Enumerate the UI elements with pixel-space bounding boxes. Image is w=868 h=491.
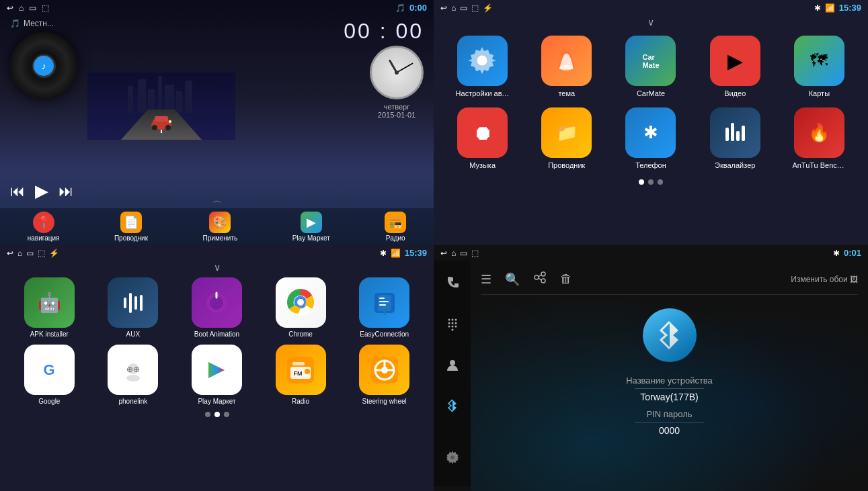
svg-rect-38 xyxy=(379,301,389,302)
time-display-area: 00 : 00 xyxy=(344,19,424,44)
dot-b2 xyxy=(214,412,220,417)
app-play-market[interactable]: Play Маркет xyxy=(177,345,256,405)
app-phone[interactable]: ✱ Телефон xyxy=(612,107,689,169)
phonelink-icon: ⊕⊕ xyxy=(108,345,158,395)
app-grid-row2: ⏺ Музыка 📁 Проводник ✱ Телефон xyxy=(434,104,868,176)
app-phonelink[interactable]: ⊕⊕ phonelink xyxy=(94,345,173,405)
bt-main: ☰ 🔍 🗑 Изменить обои 🖼 xyxy=(471,261,868,486)
screenshot-icon[interactable]: ⬚ xyxy=(38,249,45,258)
play-button[interactable]: ▶ xyxy=(35,181,48,202)
phone-sidebar-icon[interactable] xyxy=(440,271,465,295)
svg-rect-26 xyxy=(140,295,143,311)
svg-point-71 xyxy=(535,275,539,279)
svg-point-58 xyxy=(448,319,450,321)
clock-face xyxy=(370,46,424,99)
app-steering-wheel[interactable]: Steering wheel xyxy=(345,345,424,405)
prev-button[interactable]: ⏮ xyxy=(10,183,25,200)
bt-status-bar: ↩ ⌂ ▭ ⬚ ✱ 0:01 xyxy=(434,245,868,261)
app-maps[interactable]: 🗺 Карты xyxy=(781,36,858,97)
app-radio[interactable]: FM Radio xyxy=(262,345,340,405)
screenshot-icon[interactable]: ⬚ xyxy=(471,249,479,258)
music-app-icon: ⏺ xyxy=(457,107,508,158)
bt-content: Название устройства Torway(177B) PIN пар… xyxy=(481,295,858,455)
status-time: 15:39 xyxy=(839,3,861,13)
wallpaper-icon: 🖼 xyxy=(850,275,858,284)
device-name-row: Название устройства Torway(177B) xyxy=(626,375,713,402)
svg-text:G: G xyxy=(44,361,55,378)
music-label: Музыка xyxy=(469,161,496,169)
list-view-icon[interactable]: ☰ xyxy=(481,272,491,287)
app-antutu[interactable]: 🔥 AnTuTu Bench... xyxy=(781,107,858,169)
back-icon[interactable]: ↩ xyxy=(7,3,13,13)
app-music[interactable]: ⏺ Музыка xyxy=(444,107,521,169)
navigation-label: навигация xyxy=(28,234,60,242)
app-video[interactable]: ▶ Видео xyxy=(697,36,774,97)
home-icon[interactable]: ⌂ xyxy=(17,249,22,258)
recents-icon[interactable]: ▭ xyxy=(26,249,34,258)
connect-icon[interactable] xyxy=(533,271,547,287)
contacts-sidebar-icon[interactable] xyxy=(440,353,465,377)
steering-label: Steering wheel xyxy=(362,398,407,405)
back-icon[interactable]: ↩ xyxy=(440,249,447,258)
dock-explorer[interactable]: 📄 Проводник xyxy=(114,212,148,242)
svg-point-70 xyxy=(450,455,455,459)
app-chrome[interactable]: Chrome xyxy=(262,277,340,338)
svg-line-75 xyxy=(539,278,541,280)
status-time: 0:01 xyxy=(844,248,861,258)
app-aux[interactable]: AUX xyxy=(94,277,173,338)
maps-label: Карты xyxy=(809,89,830,97)
svg-rect-19 xyxy=(725,128,729,141)
next-button[interactable]: ⏭ xyxy=(58,183,73,200)
explorer-label: Проводник xyxy=(114,234,148,242)
settings-sidebar-icon[interactable] xyxy=(440,445,465,470)
app-settings[interactable]: Настройки авт... xyxy=(444,36,521,97)
status-time: 0:00 xyxy=(409,3,427,13)
svg-point-59 xyxy=(451,319,453,321)
home-icon[interactable]: ⌂ xyxy=(451,249,456,258)
dock-apply[interactable]: 🎨 Применить xyxy=(203,212,238,242)
svg-point-65 xyxy=(451,326,453,328)
home-icon[interactable]: ⌂ xyxy=(19,3,24,13)
bluetooth-sidebar-icon[interactable] xyxy=(440,394,465,418)
dot-2 xyxy=(648,179,654,185)
svg-rect-5 xyxy=(165,85,174,113)
recents-icon[interactable]: ▭ xyxy=(460,3,467,13)
delete-icon[interactable]: 🗑 xyxy=(560,272,572,286)
bluetooth-icon: ✱ xyxy=(814,3,821,13)
dock-playmarket[interactable]: ▶ Play Маркет xyxy=(292,212,330,242)
svg-point-33 xyxy=(297,299,304,306)
play-market-label: Play Маркет xyxy=(198,398,235,405)
vinyl-disc: ♪ xyxy=(10,32,77,99)
app-carmate[interactable]: CarMate CarMate xyxy=(612,36,689,97)
app-theme[interactable]: тема xyxy=(528,36,605,97)
svg-point-50 xyxy=(305,369,310,374)
screenshot-icon[interactable]: ⬚ xyxy=(42,3,49,13)
pin-label: PIN пароль xyxy=(626,409,713,419)
screenshot-icon[interactable]: ⬚ xyxy=(471,3,479,13)
recents-icon[interactable]: ▭ xyxy=(29,3,36,13)
app-google[interactable]: G Google xyxy=(10,345,89,405)
svg-rect-12 xyxy=(155,116,168,122)
app-explorer[interactable]: 📁 Проводник xyxy=(528,107,605,169)
app-boot-animation[interactable]: Boot Animation xyxy=(177,277,256,338)
equalizer-icon xyxy=(710,107,760,158)
app-easy-connection[interactable]: EasyConnection xyxy=(345,277,424,338)
app-apk-installer[interactable]: 🤖 APK installer xyxy=(10,277,89,338)
dialpad-sidebar-icon[interactable] xyxy=(440,312,465,336)
recents-icon[interactable]: ▭ xyxy=(460,249,467,258)
dock-navigation[interactable]: 📍 навигация xyxy=(28,212,60,242)
search-icon[interactable]: 🔍 xyxy=(505,272,520,287)
settings-label: Настройки авт... xyxy=(456,89,510,97)
svg-point-63 xyxy=(455,322,457,324)
dock-radio[interactable]: 📻 Радио xyxy=(385,212,406,242)
bluetooth-status-icon: ✱ xyxy=(380,249,387,258)
wallpaper-button[interactable]: Изменить обои 🖼 xyxy=(791,275,858,284)
back-icon[interactable]: ↩ xyxy=(7,249,13,258)
back-icon[interactable]: ↩ xyxy=(440,3,447,13)
road-scene xyxy=(87,73,235,140)
app-equalizer[interactable]: Эквалайзер xyxy=(697,107,774,169)
svg-point-17 xyxy=(479,57,485,64)
boot-label: Boot Animation xyxy=(194,330,239,338)
home-icon[interactable]: ⌂ xyxy=(451,3,456,13)
pin-row: PIN пароль 0000 xyxy=(626,409,713,436)
